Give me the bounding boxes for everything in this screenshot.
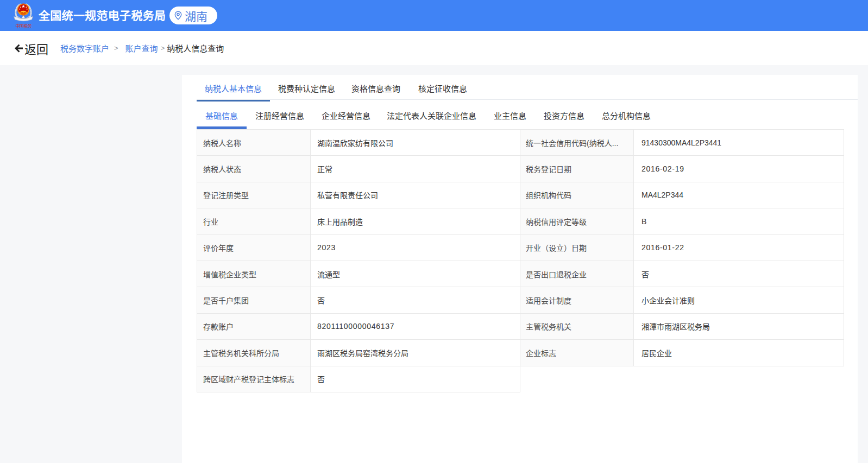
- svg-text:中国税务: 中国税务: [16, 23, 32, 29]
